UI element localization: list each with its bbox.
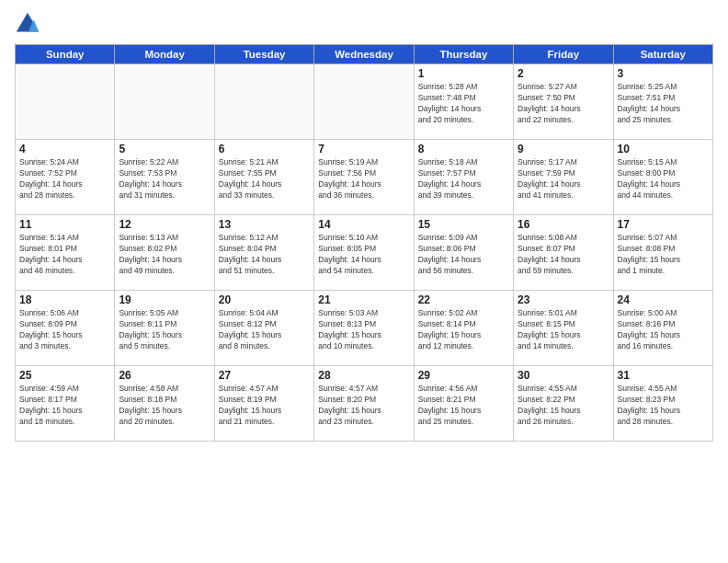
day-info: Sunrise: 5:06 AM Sunset: 8:09 PM Dayligh… (19, 308, 110, 352)
day-info: Sunrise: 4:57 AM Sunset: 8:19 PM Dayligh… (219, 384, 310, 428)
day-number: 22 (418, 293, 509, 306)
day-info: Sunrise: 5:02 AM Sunset: 8:14 PM Dayligh… (418, 308, 509, 352)
logo-icon (15, 11, 40, 37)
calendar-cell: 27Sunrise: 4:57 AM Sunset: 8:19 PM Dayli… (214, 366, 313, 442)
calendar-cell (214, 64, 313, 140)
day-number: 3 (618, 67, 709, 80)
day-info: Sunrise: 5:00 AM Sunset: 8:16 PM Dayligh… (618, 308, 709, 352)
day-header-tuesday: Tuesday (214, 45, 313, 64)
calendar-cell: 28Sunrise: 4:57 AM Sunset: 8:20 PM Dayli… (314, 366, 414, 442)
day-header-monday: Monday (115, 45, 214, 64)
day-header-sunday: Sunday (16, 45, 115, 64)
calendar-cell (115, 64, 214, 140)
day-number: 29 (418, 369, 509, 382)
day-number: 18 (19, 293, 110, 306)
day-info: Sunrise: 5:08 AM Sunset: 8:07 PM Dayligh… (518, 233, 609, 277)
day-number: 8 (418, 143, 509, 155)
week-row-2: 4Sunrise: 5:24 AM Sunset: 7:52 PM Daylig… (16, 140, 713, 215)
day-number: 28 (318, 369, 409, 382)
day-info: Sunrise: 5:22 AM Sunset: 7:53 PM Dayligh… (119, 157, 210, 201)
calendar-cell: 18Sunrise: 5:06 AM Sunset: 8:09 PM Dayli… (16, 291, 115, 366)
week-row-4: 18Sunrise: 5:06 AM Sunset: 8:09 PM Dayli… (16, 291, 713, 366)
day-number: 11 (19, 218, 110, 231)
day-number: 24 (618, 293, 709, 306)
day-info: Sunrise: 4:59 AM Sunset: 8:17 PM Dayligh… (19, 384, 110, 428)
page: SundayMondayTuesdayWednesdayThursdayFrid… (0, 0, 728, 563)
calendar-cell: 4Sunrise: 5:24 AM Sunset: 7:52 PM Daylig… (16, 140, 115, 215)
calendar-cell: 5Sunrise: 5:22 AM Sunset: 7:53 PM Daylig… (115, 140, 214, 215)
day-number: 27 (219, 369, 310, 382)
calendar-cell: 21Sunrise: 5:03 AM Sunset: 8:13 PM Dayli… (314, 291, 414, 366)
day-number: 23 (518, 293, 609, 306)
calendar-cell: 23Sunrise: 5:01 AM Sunset: 8:15 PM Dayli… (514, 291, 613, 366)
calendar-cell: 13Sunrise: 5:12 AM Sunset: 8:04 PM Dayli… (214, 215, 313, 291)
day-header-wednesday: Wednesday (314, 45, 414, 64)
week-row-1: 1Sunrise: 5:28 AM Sunset: 7:48 PM Daylig… (16, 64, 713, 140)
day-number: 4 (19, 143, 110, 155)
day-number: 5 (119, 143, 210, 155)
day-info: Sunrise: 5:27 AM Sunset: 7:50 PM Dayligh… (518, 82, 609, 126)
day-info: Sunrise: 5:12 AM Sunset: 8:04 PM Dayligh… (219, 233, 310, 277)
calendar-cell: 14Sunrise: 5:10 AM Sunset: 8:05 PM Dayli… (314, 215, 414, 291)
calendar-cell: 19Sunrise: 5:05 AM Sunset: 8:11 PM Dayli… (115, 291, 214, 366)
calendar-cell: 22Sunrise: 5:02 AM Sunset: 8:14 PM Dayli… (414, 291, 513, 366)
calendar-cell: 11Sunrise: 5:14 AM Sunset: 8:01 PM Dayli… (16, 215, 115, 291)
day-number: 30 (518, 369, 609, 382)
day-info: Sunrise: 5:10 AM Sunset: 8:05 PM Dayligh… (318, 233, 409, 277)
day-number: 19 (119, 293, 210, 306)
day-number: 6 (219, 143, 310, 155)
day-number: 31 (618, 369, 709, 382)
day-number: 17 (618, 218, 709, 231)
day-info: Sunrise: 5:01 AM Sunset: 8:15 PM Dayligh… (518, 308, 609, 352)
day-number: 12 (119, 218, 210, 231)
logo (15, 11, 44, 37)
day-number: 13 (219, 218, 310, 231)
calendar-header-row: SundayMondayTuesdayWednesdayThursdayFrid… (16, 45, 713, 64)
day-info: Sunrise: 4:55 AM Sunset: 8:22 PM Dayligh… (518, 384, 609, 428)
day-info: Sunrise: 5:15 AM Sunset: 8:00 PM Dayligh… (618, 157, 709, 201)
calendar-cell: 26Sunrise: 4:58 AM Sunset: 8:18 PM Dayli… (115, 366, 214, 442)
calendar-cell: 30Sunrise: 4:55 AM Sunset: 8:22 PM Dayli… (514, 366, 613, 442)
calendar-cell: 6Sunrise: 5:21 AM Sunset: 7:55 PM Daylig… (214, 140, 313, 215)
calendar-cell: 17Sunrise: 5:07 AM Sunset: 8:08 PM Dayli… (613, 215, 712, 291)
day-number: 21 (318, 293, 409, 306)
calendar-cell: 9Sunrise: 5:17 AM Sunset: 7:59 PM Daylig… (514, 140, 613, 215)
day-number: 2 (518, 67, 609, 80)
calendar-cell: 2Sunrise: 5:27 AM Sunset: 7:50 PM Daylig… (514, 64, 613, 140)
calendar-cell: 25Sunrise: 4:59 AM Sunset: 8:17 PM Dayli… (16, 366, 115, 442)
day-info: Sunrise: 5:09 AM Sunset: 8:06 PM Dayligh… (418, 233, 509, 277)
day-info: Sunrise: 5:17 AM Sunset: 7:59 PM Dayligh… (518, 157, 609, 201)
day-info: Sunrise: 5:07 AM Sunset: 8:08 PM Dayligh… (618, 233, 709, 277)
day-header-thursday: Thursday (414, 45, 513, 64)
day-number: 26 (119, 369, 210, 382)
week-row-3: 11Sunrise: 5:14 AM Sunset: 8:01 PM Dayli… (16, 215, 713, 291)
day-info: Sunrise: 5:21 AM Sunset: 7:55 PM Dayligh… (219, 157, 310, 201)
calendar-cell: 3Sunrise: 5:25 AM Sunset: 7:51 PM Daylig… (613, 64, 712, 140)
day-info: Sunrise: 5:19 AM Sunset: 7:56 PM Dayligh… (318, 157, 409, 201)
day-info: Sunrise: 4:55 AM Sunset: 8:23 PM Dayligh… (618, 384, 709, 428)
day-info: Sunrise: 5:13 AM Sunset: 8:02 PM Dayligh… (119, 233, 210, 277)
day-info: Sunrise: 5:05 AM Sunset: 8:11 PM Dayligh… (119, 308, 210, 352)
day-number: 14 (318, 218, 409, 231)
calendar-table: SundayMondayTuesdayWednesdayThursdayFrid… (15, 44, 713, 442)
calendar-cell: 12Sunrise: 5:13 AM Sunset: 8:02 PM Dayli… (115, 215, 214, 291)
calendar-cell: 20Sunrise: 5:04 AM Sunset: 8:12 PM Dayli… (214, 291, 313, 366)
calendar-cell: 31Sunrise: 4:55 AM Sunset: 8:23 PM Dayli… (613, 366, 712, 442)
calendar-cell (16, 64, 115, 140)
day-number: 1 (418, 67, 509, 80)
day-header-friday: Friday (514, 45, 613, 64)
day-info: Sunrise: 5:04 AM Sunset: 8:12 PM Dayligh… (219, 308, 310, 352)
day-info: Sunrise: 5:24 AM Sunset: 7:52 PM Dayligh… (19, 157, 110, 201)
day-number: 16 (518, 218, 609, 231)
day-info: Sunrise: 5:14 AM Sunset: 8:01 PM Dayligh… (19, 233, 110, 277)
day-info: Sunrise: 4:57 AM Sunset: 8:20 PM Dayligh… (318, 384, 409, 428)
day-info: Sunrise: 5:28 AM Sunset: 7:48 PM Dayligh… (418, 82, 509, 126)
day-number: 20 (219, 293, 310, 306)
calendar-cell: 7Sunrise: 5:19 AM Sunset: 7:56 PM Daylig… (314, 140, 414, 215)
calendar-cell (314, 64, 414, 140)
calendar-cell: 15Sunrise: 5:09 AM Sunset: 8:06 PM Dayli… (414, 215, 513, 291)
day-info: Sunrise: 4:56 AM Sunset: 8:21 PM Dayligh… (418, 384, 509, 428)
day-info: Sunrise: 5:18 AM Sunset: 7:57 PM Dayligh… (418, 157, 509, 201)
day-info: Sunrise: 4:58 AM Sunset: 8:18 PM Dayligh… (119, 384, 210, 428)
day-info: Sunrise: 5:03 AM Sunset: 8:13 PM Dayligh… (318, 308, 409, 352)
